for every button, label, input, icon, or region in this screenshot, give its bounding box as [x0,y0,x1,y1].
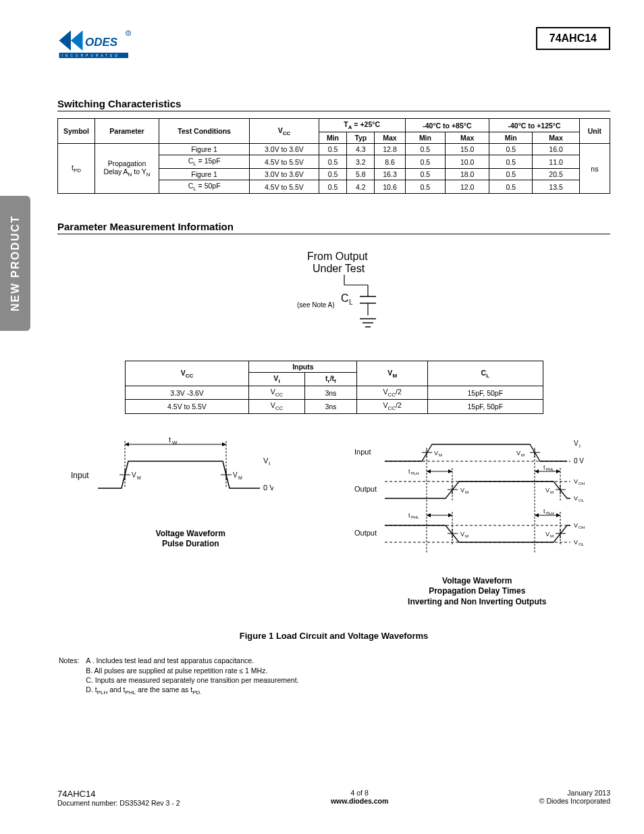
svg-text:Input: Input [71,471,89,480]
svg-text:W: W [172,440,178,446]
diodes-logo: ODES I N C O R P O R A T E D R [57,27,132,61]
svg-text:OL: OL [579,498,585,502]
th-cl: CL [428,361,543,386]
td: 0.5 [405,180,446,194]
svg-text:Input: Input [354,448,371,456]
th-vcc: VCC [250,119,319,144]
td: 3.0V to 3.6V [250,169,319,180]
td: 0.5 [319,144,347,155]
svg-text:V: V [545,487,549,494]
svg-text:PLH: PLH [411,471,419,475]
th-typ: Typ [347,132,375,144]
td-symbol: tPD [58,144,95,194]
note-c: C. Inputs are measured separately one tr… [86,675,298,685]
svg-text:PHL: PHL [546,467,554,471]
measurement-conditions-table: VCC Inputs VM CL VI tr/tf 3.3V -3.6V VCC… [125,361,543,413]
svg-text:(see Note A): (see Note A) [297,301,335,309]
svg-text:t: t [169,436,171,444]
td-unit: ns [579,144,610,194]
th-unit: Unit [579,119,610,144]
td: 12.0 [446,180,489,194]
td: VCC/2 [357,386,428,400]
svg-text:ODES: ODES [85,36,118,49]
footer-copyright: © Diodes Incorporated [539,797,610,805]
svg-text:V: V [574,495,578,502]
td: 0.5 [319,155,347,169]
svg-text:M: M [465,534,468,538]
td: 0.5 [489,144,533,155]
td: VCC/2 [357,400,428,413]
td: 16.0 [533,144,580,155]
svg-text:PLH: PLH [546,511,554,515]
th-t85: -40°C to +85°C [405,119,489,132]
td: 5.8 [347,169,375,180]
th-test: Test Conditions [159,119,250,144]
section-pmi-title: Parameter Measurement Information [57,221,610,234]
svg-text:t: t [543,508,545,515]
th-min3: Min [489,132,533,144]
td: 0.5 [489,155,533,169]
svg-text:V: V [460,531,464,538]
svg-text:0 V: 0 V [574,457,584,465]
svg-text:t: t [543,464,545,471]
svg-text:Output: Output [354,485,377,493]
td-cond: CL = 50pF [159,180,250,194]
th-min: Min [319,132,347,144]
td: VCC [249,400,304,413]
td: 18.0 [446,169,489,180]
svg-text:V: V [574,539,578,546]
td: 15pF, 50pF [428,400,543,413]
svg-text:I N C O R P O R A T E D: I N C O R P O R A T E D [62,54,119,57]
th-vm: VM [357,361,428,386]
td: 4.5V to 5.5V [250,180,319,194]
svg-text:V: V [132,471,136,479]
pulse-duration-waveform: tW Input VI 0 V VM VM Voltage Waveform P… [57,434,324,608]
td: 0.5 [405,169,446,180]
footer-docnum: Document number: DS35342 Rev 3 - 2 [57,799,180,807]
svg-text:I: I [269,461,270,467]
td: 8.6 [375,155,405,169]
svg-text:0 V: 0 V [263,484,273,492]
th-t125: -40°C to +125°C [489,119,580,132]
figure-title: Figure 1 Load Circuit and Voltage Wavefo… [57,631,610,641]
td-cond: Figure 1 [159,144,250,155]
footer-part: 74AHC14 [57,789,180,799]
td: VCC [249,386,304,400]
td: 4.2 [347,180,375,194]
part-number-box: 74AHC14 [536,27,610,50]
svg-text:M: M [550,534,554,538]
part-number: 74AHC14 [549,32,597,44]
td: 16.3 [375,169,405,180]
td: 0.5 [319,180,347,194]
th-trtf: tr/tf [304,373,357,386]
th-ta25: TA = +25°C [319,119,405,132]
th-min2: Min [405,132,446,144]
svg-text:V: V [574,522,578,529]
svg-text:M: M [550,490,554,494]
note-d: D. tPLH and tPHL are the same as tPD. [86,685,298,697]
propagation-delay-waveform: Input VI 0 V VM VM tPLH tPHL Output [344,434,611,608]
td: 15pF, 50pF [428,386,543,400]
td: 0.5 [319,169,347,180]
td: 3.2 [347,155,375,169]
svg-text:R: R [128,32,130,35]
svg-text:V: V [263,457,269,465]
svg-text:PHL: PHL [411,515,419,519]
td-param: Propagation Delay AN to YN [95,144,159,194]
th-max2: Max [446,132,489,144]
td: 0.5 [405,155,446,169]
switching-table: Symbol Parameter Test Conditions VCC TA … [57,118,610,194]
td: 10.0 [446,155,489,169]
note-b: B. All pulses are supplied at pulse repe… [86,666,298,675]
td: 0.5 [405,144,446,155]
wave1-caption2: Pulse Duration [57,539,324,550]
svg-text:V: V [233,471,238,479]
svg-text:V: V [574,478,578,485]
svg-text:L: L [349,298,353,306]
wave1-caption1: Voltage Waveform [57,529,324,540]
th-max: Max [375,132,405,144]
svg-text:M: M [137,475,141,480]
svg-text:OH: OH [579,525,585,529]
svg-text:t: t [408,512,410,519]
td: 20.5 [533,169,580,180]
